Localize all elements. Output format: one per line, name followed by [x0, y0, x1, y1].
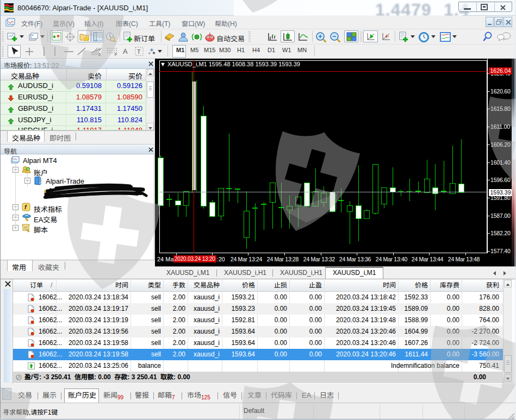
svg-text:T: T — [137, 48, 141, 55]
svg-text:F: F — [115, 53, 117, 57]
svg-text:E: E — [98, 53, 101, 57]
